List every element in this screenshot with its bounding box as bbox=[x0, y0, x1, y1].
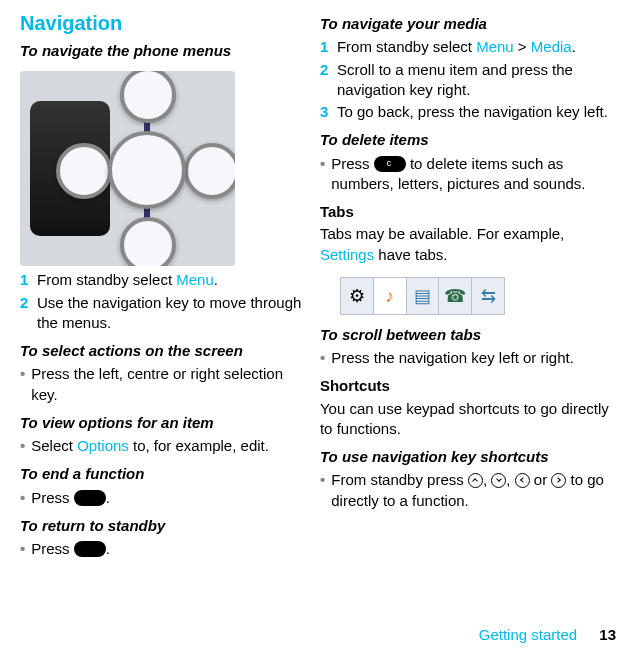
step-number-1: 1 bbox=[320, 37, 333, 57]
bullet-text: Press . bbox=[31, 539, 110, 559]
text-fragment: From standby select bbox=[337, 38, 476, 55]
subheading-scroll-tabs: To scroll between tabs bbox=[320, 325, 616, 345]
text-fragment: , bbox=[483, 471, 491, 488]
text-fragment: . bbox=[106, 489, 110, 506]
bullet-icon: • bbox=[20, 539, 25, 559]
step-text-1: From standby select Menu. bbox=[37, 270, 302, 290]
clear-key-icon bbox=[374, 156, 406, 172]
shortcuts-heading: Shortcuts bbox=[320, 376, 616, 396]
bullet-row: • Press the left, centre or right select… bbox=[20, 364, 302, 405]
step-number-2: 2 bbox=[20, 293, 33, 313]
bullet-row: • Press the navigation key left or right… bbox=[320, 348, 616, 368]
tabs-paragraph: Tabs may be available. For example, Sett… bbox=[320, 224, 616, 265]
bullet-icon: • bbox=[320, 154, 325, 174]
bullet-icon: • bbox=[20, 436, 25, 456]
step-row: 3 To go back, press the navigation key l… bbox=[320, 102, 616, 122]
bullet-icon: • bbox=[320, 348, 325, 368]
nav-left-icon bbox=[515, 473, 530, 488]
page-footer: Getting started 13 bbox=[20, 617, 616, 645]
bullet-row: • From standby press , , or to go direct… bbox=[320, 470, 616, 511]
subheading-delete-items: To delete items bbox=[320, 130, 616, 150]
nav-down-icon bbox=[491, 473, 506, 488]
nav-ring-down bbox=[120, 217, 176, 266]
subheading-select-actions: To select actions on the screen bbox=[20, 341, 302, 361]
nav-ring-right bbox=[184, 143, 235, 199]
subheading-nav-shortcuts: To use navigation key shortcuts bbox=[320, 447, 616, 467]
step-text-1: From standby select Menu > Media. bbox=[337, 37, 616, 57]
nav-right-icon bbox=[551, 473, 566, 488]
menu-link: Menu bbox=[476, 38, 514, 55]
footer-section-name: Getting started bbox=[479, 626, 577, 643]
text-fragment: From standby select bbox=[37, 271, 176, 288]
footer-page-number: 13 bbox=[599, 626, 616, 643]
nav-ring-left bbox=[56, 143, 112, 199]
bullet-icon: • bbox=[320, 470, 325, 490]
text-fragment: . bbox=[106, 540, 110, 557]
section-heading-navigation: Navigation bbox=[20, 10, 302, 37]
bullet-row: • Press . bbox=[20, 488, 302, 508]
subheading-navigate-media: To navigate your media bbox=[320, 14, 616, 34]
shortcuts-paragraph: You can use keypad shortcuts to go direc… bbox=[320, 399, 616, 440]
end-key-icon bbox=[74, 490, 106, 506]
text-fragment: . bbox=[572, 38, 576, 55]
step-row: 2 Scroll to a menu item and press the na… bbox=[320, 60, 616, 101]
nav-ring-up bbox=[120, 71, 176, 123]
navigation-key-illustration bbox=[20, 71, 235, 266]
step-number-1: 1 bbox=[20, 270, 33, 290]
options-link: Options bbox=[77, 437, 129, 454]
tabs-heading: Tabs bbox=[320, 202, 616, 222]
text-fragment: Tabs may be available. For example, bbox=[320, 225, 564, 242]
tab-sounds-icon: ♪ bbox=[374, 278, 407, 314]
text-fragment: Select bbox=[31, 437, 77, 454]
step-number-3: 3 bbox=[320, 102, 333, 122]
bullet-text: Press to delete items such as numbers, l… bbox=[331, 154, 616, 195]
subheading-navigate-phone: To navigate the phone menus bbox=[20, 41, 302, 61]
bullet-text: Press the left, centre or right selectio… bbox=[31, 364, 302, 405]
bullet-text: Press . bbox=[31, 488, 110, 508]
bullet-text: Select Options to, for example, edit. bbox=[31, 436, 269, 456]
tab-connectivity-icon: ⇆ bbox=[472, 278, 504, 314]
bullet-icon: • bbox=[20, 364, 25, 384]
subheading-return-standby: To return to standby bbox=[20, 516, 302, 536]
text-fragment: Press bbox=[331, 155, 374, 172]
two-column-layout: Navigation To navigate the phone menus 1… bbox=[20, 10, 616, 617]
text-fragment: have tabs. bbox=[374, 246, 447, 263]
bullet-text: From standby press , , or to go directly… bbox=[331, 470, 616, 511]
menu-link: Menu bbox=[176, 271, 214, 288]
subheading-view-options: To view options for an item bbox=[20, 413, 302, 433]
text-fragment: From standby press bbox=[331, 471, 468, 488]
text-fragment: . bbox=[214, 271, 218, 288]
left-column: Navigation To navigate the phone menus 1… bbox=[20, 10, 302, 617]
end-key-icon bbox=[74, 541, 106, 557]
step-text-3: To go back, press the navigation key lef… bbox=[337, 102, 616, 122]
text-fragment: Press bbox=[31, 540, 74, 557]
step-text-2: Scroll to a menu item and press the navi… bbox=[337, 60, 616, 101]
step-row: 2 Use the navigation key to move through… bbox=[20, 293, 302, 334]
step-row: 1 From standby select Menu > Media. bbox=[320, 37, 616, 57]
text-fragment: , bbox=[506, 471, 514, 488]
tabs-illustration: ⚙ ♪ ▤ ☎ ⇆ bbox=[340, 277, 505, 315]
text-fragment: Press bbox=[31, 489, 74, 506]
right-column: To navigate your media 1 From standby se… bbox=[320, 10, 616, 617]
text-fragment: to, for example, edit. bbox=[129, 437, 269, 454]
bullet-icon: • bbox=[20, 488, 25, 508]
tab-calls-icon: ☎ bbox=[439, 278, 472, 314]
bullet-row: • Press to delete items such as numbers,… bbox=[320, 154, 616, 195]
media-link: Media bbox=[531, 38, 572, 55]
subheading-end-function: To end a function bbox=[20, 464, 302, 484]
text-fragment: or bbox=[530, 471, 552, 488]
bullet-row: • Press . bbox=[20, 539, 302, 559]
text-fragment: > bbox=[514, 38, 531, 55]
step-row: 1 From standby select Menu. bbox=[20, 270, 302, 290]
nav-up-icon bbox=[468, 473, 483, 488]
bullet-text: Press the navigation key left or right. bbox=[331, 348, 574, 368]
step-number-2: 2 bbox=[320, 60, 333, 80]
nav-ring-center bbox=[108, 131, 186, 209]
step-text-2: Use the navigation key to move through t… bbox=[37, 293, 302, 334]
tab-general-icon: ⚙ bbox=[341, 278, 374, 314]
settings-link: Settings bbox=[320, 246, 374, 263]
bullet-row: • Select Options to, for example, edit. bbox=[20, 436, 302, 456]
tab-display-icon: ▤ bbox=[407, 278, 440, 314]
